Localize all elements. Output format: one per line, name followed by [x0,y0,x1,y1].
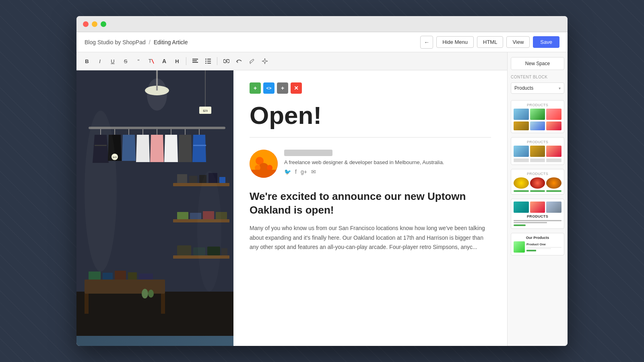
product-row: Product One [514,241,561,253]
template-img-9 [546,146,561,157]
svg-point-12 [264,60,266,62]
template-img-5 [530,121,545,130]
hide-menu-button[interactable]: Hide Menu [436,36,474,48]
facebook-icon[interactable]: f [295,169,297,175]
svg-point-58 [142,289,148,298]
template-2-grid-top [514,146,561,157]
product-desc-line-2 [526,248,551,249]
template-card-2[interactable]: Products [511,137,564,165]
heading-button[interactable]: H [171,56,183,67]
clear-format-button[interactable]: T [146,56,157,67]
svg-rect-7 [205,61,206,62]
bold-button[interactable]: B [81,56,93,67]
quote-button[interactable]: " [133,56,144,67]
template-img-11 [530,202,545,213]
author-avatar [250,150,278,178]
view-button[interactable]: View [506,36,530,48]
article-panel[interactable]: + <> + ✕ Open! [233,70,507,346]
product-cta-button[interactable] [526,250,536,251]
header-actions: ← Hide Menu HTML View Save [420,36,559,49]
italic-button[interactable]: I [94,56,105,67]
svg-line-1 [152,59,154,64]
template-img-3 [546,109,561,120]
close-window-button[interactable] [83,21,89,27]
svg-rect-48 [221,248,227,255]
svg-rect-38 [219,177,225,183]
svg-rect-56 [128,272,137,280]
html-button[interactable]: HTML [477,36,503,48]
list-button[interactable] [202,56,214,67]
maximize-window-button[interactable] [101,21,106,27]
product-info: Product One [526,243,561,251]
app-header: Blog Studio by ShopPad / Editing Article… [76,32,568,52]
author-info: A freelance web designer & developer bas… [284,150,491,175]
svg-point-66 [197,171,221,292]
svg-rect-55 [115,271,126,280]
svg-rect-10 [207,63,211,64]
toolbar-separator-1 [186,57,186,65]
delete-block-button[interactable]: ✕ [291,82,302,94]
twitter-icon[interactable]: 🐦 [284,169,291,175]
email-icon[interactable]: ✉ [311,169,316,175]
circle-item-1 [514,177,529,189]
svg-text:T: T [149,58,152,64]
template-card-4[interactable]: PRODUCTS [511,199,564,229]
save-button[interactable]: Save [533,36,559,48]
new-space-button[interactable]: New Space [511,57,564,70]
code-block-button[interactable]: <> [263,82,275,94]
product-thumb [514,241,525,253]
template-img-1 [514,109,529,120]
template-img-4 [514,121,529,130]
svg-rect-53 [89,272,101,280]
link-button[interactable] [221,56,232,67]
window-controls [83,21,106,27]
back-button[interactable]: ← [420,36,433,49]
template-card-5[interactable]: Our Products Product One [511,233,564,255]
svg-rect-5 [205,59,206,60]
brush-button[interactable] [246,56,258,67]
social-icons: 🐦 f g+ ✉ [284,169,491,175]
browser-window: Blog Studio by ShopPad / Editing Article… [76,16,568,346]
undo-button[interactable] [233,56,245,67]
breadcrumb-app: Blog Studio by ShopPad [85,39,146,45]
google-plus-icon[interactable]: g+ [301,169,307,175]
bar-3 [546,190,561,192]
template-1-grid-bottom [514,121,561,130]
template-4-label: PRODUCTS [514,214,561,218]
template-4-grid [514,202,561,213]
chevron-down-icon: ▾ [559,86,561,90]
align-button[interactable] [190,56,201,67]
text-row [514,222,547,223]
minimize-window-button[interactable] [92,21,97,27]
underline-button[interactable]: U [107,56,118,67]
svg-rect-2 [192,59,198,60]
article-title[interactable]: Open! [250,102,491,138]
svg-point-69 [264,156,271,163]
sparkle-button[interactable] [259,56,270,67]
products-label: Products [514,85,557,91]
svg-rect-34 [177,174,187,183]
author-section: A freelance web designer & developer bas… [250,150,491,178]
svg-rect-8 [207,61,211,62]
product-title: Product One [526,243,561,246]
article-body[interactable]: Many of you who know us from our San Fra… [250,224,491,252]
move-block-button[interactable]: + [277,82,288,94]
template-card-3[interactable]: Products [511,169,564,195]
products-selector[interactable]: Products ▾ [511,82,564,94]
template-card-1[interactable]: PRODUCTS [511,100,564,133]
editor-content: $29 $45 [76,70,507,346]
circle-item-2 [530,177,545,189]
template-1-label: PRODUCTS [514,103,561,107]
strikethrough-button[interactable]: S [120,56,131,67]
add-block-button[interactable]: + [250,82,261,94]
text-size-button[interactable]: A [159,56,170,67]
template-img-12 [546,202,561,213]
text-row [514,220,561,221]
template-4-green-bar [514,224,526,226]
svg-rect-52 [161,294,165,314]
svg-point-72 [267,165,272,171]
template-3-bars [514,190,561,192]
template-2-label: Products [514,140,561,144]
text-row [530,161,545,162]
article-heading[interactable]: We're excited to announce our new Uptown… [250,190,491,217]
